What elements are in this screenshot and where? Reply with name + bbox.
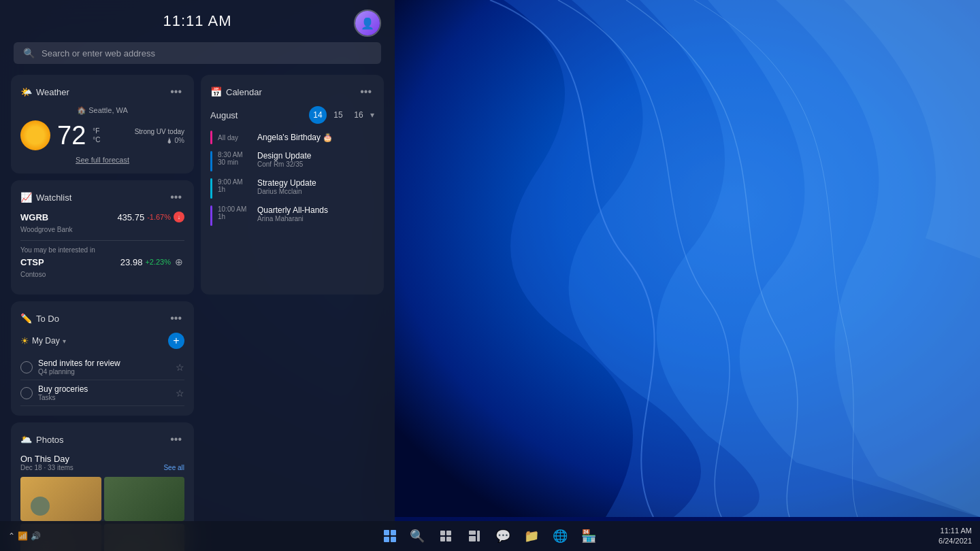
photos-more-button[interactable]: •••: [167, 432, 184, 447]
calendar-allday-label: All day: [218, 134, 252, 141]
todo-check-groceries[interactable]: [20, 387, 33, 399]
photos-header: 🌥️ Photos •••: [20, 432, 184, 447]
todo-check-invites[interactable]: [20, 361, 33, 373]
calendar-event-bar-pink: [210, 131, 212, 144]
svg-rect-7: [477, 531, 480, 541]
stock-ctsp-ticker: CTSP: [20, 257, 44, 267]
todo-add-button[interactable]: +: [168, 333, 184, 349]
stock-ctsp-change: +2.23%: [145, 258, 171, 266]
panel-time: 11:11 AM: [163, 12, 232, 30]
calendar-event-strategy-info: Strategy Update Darius Mcclain: [257, 178, 316, 199]
weather-more-button[interactable]: •••: [167, 84, 184, 99]
calendar-event-bar-teal: [210, 178, 212, 199]
taskbar-fileexplorer-button[interactable]: 📁: [518, 522, 545, 550]
photos-header-info: On This Day Dec 18 · 33 items See all: [20, 454, 184, 471]
todo-task-groceries: Buy groceries: [38, 384, 170, 394]
photos-date: Dec 18 · 33 items: [20, 464, 74, 471]
stock-ctsp-main: CTSP 23.98 +2.23% ⊕: [20, 256, 184, 267]
taskbar-chat-button[interactable]: 💬: [489, 522, 517, 550]
search-bar[interactable]: 🔍 Search or enter web address: [14, 42, 381, 64]
calendar-month-row: August 14 15 16 ▾: [210, 106, 374, 124]
windows-logo-icon: [384, 530, 396, 542]
avatar-button[interactable]: 👤: [354, 10, 381, 37]
todo-item-groceries[interactable]: Buy groceries Tasks ☆: [20, 380, 184, 406]
calendar-event-allhands-info: Quarterly All-Hands Arina Maharani: [257, 205, 328, 226]
weather-icon: 🌤️: [20, 86, 32, 97]
watchlist-divider: [20, 240, 184, 241]
calendar-widget: 📅 Calendar ••• August 14 15 16 ▾ All day…: [201, 75, 384, 295]
taskbar-datetime[interactable]: 11:11 AM 6/24/2021: [938, 526, 972, 547]
weather-description: Strong UV today: [135, 127, 184, 137]
svg-rect-1: [440, 531, 445, 535]
watchlist-widget: 📈 Watchlist ••• WGRB 435.75 -1.67% ↓ Woo…: [11, 180, 194, 295]
calendar-date-15[interactable]: 15: [329, 106, 347, 124]
desktop-wave: [368, 0, 980, 517]
svg-rect-6: [469, 536, 476, 541]
stock-wgrb-name: Woodgrove Bank: [20, 226, 73, 233]
calendar-title-row: 📅 Calendar: [210, 86, 262, 97]
photos-title-row: 🌥️ Photos: [20, 434, 63, 445]
search-placeholder: Search or enter web address: [42, 48, 155, 59]
taskbar-hidden-icons[interactable]: ⌃: [8, 531, 15, 541]
calendar-icon: 📅: [210, 86, 222, 97]
widgets-area: 🌤️ Weather ••• 🏠 Seattle, WA 72 °F °C St…: [0, 75, 395, 551]
stock-wgrb-ticker: WGRB: [20, 212, 48, 222]
taskbar-taskview-button[interactable]: [432, 522, 459, 550]
photo-thumb-1[interactable]: [20, 477, 101, 521]
calendar-event-design-sub: Conf Rm 32/35: [257, 161, 311, 168]
weather-units: °F °C: [93, 127, 100, 144]
weather-main: 72 °F °C Strong UV today 🌢 0%: [20, 120, 184, 150]
calendar-event-birthday: All day Angela's Birthday 🎂: [210, 131, 374, 144]
photos-see-all[interactable]: See all: [163, 464, 184, 471]
watchlist-header: 📈 Watchlist •••: [20, 190, 184, 205]
calendar-event-bar-blue: [210, 151, 212, 171]
stock-wgrb-arrow-icon: ↓: [174, 212, 184, 222]
stock-wgrb[interactable]: WGRB 435.75 -1.67% ↓ Woodgrove Bank: [20, 212, 184, 235]
photos-icon: 🌥️: [20, 434, 32, 445]
calendar-date-16[interactable]: 16: [350, 106, 368, 124]
calendar-date-14[interactable]: 14: [309, 106, 327, 124]
taskview-icon: [440, 530, 452, 542]
taskbar-store-button[interactable]: 🏪: [575, 522, 602, 550]
stock-ctsp-change-row: 23.98 +2.23% ⊕: [120, 256, 184, 267]
calendar-event-strategy[interactable]: 9:00 AM1h Strategy Update Darius Mcclain: [210, 178, 374, 199]
calendar-chevron-icon[interactable]: ▾: [370, 110, 374, 120]
stock-wgrb-price: 435.75: [117, 212, 144, 222]
taskbar-edge-button[interactable]: 🌐: [546, 522, 574, 550]
calendar-event-bar-purple: [210, 205, 212, 226]
calendar-header: 📅 Calendar •••: [210, 84, 374, 99]
todo-list-name: My Day: [32, 336, 60, 346]
todo-item-invites[interactable]: Send invites for review Q4 planning ☆: [20, 354, 184, 380]
taskbar-search-button[interactable]: 🔍: [404, 522, 431, 550]
calendar-event-allhands[interactable]: 10:00 AM1h Quarterly All-Hands Arina Mah…: [210, 205, 374, 226]
taskbar-volume-icon[interactable]: 🔊: [31, 531, 41, 541]
stock-ctsp-price: 23.98: [120, 257, 143, 267]
todo-subtask-invites: Q4 planning: [38, 368, 170, 375]
start-button[interactable]: [378, 524, 402, 548]
stock-ctsp-add-icon[interactable]: ⊕: [174, 256, 184, 267]
todo-list-title[interactable]: ☀ My Day ▾: [20, 335, 66, 346]
todo-title: To Do: [36, 314, 59, 324]
todo-task-invites: Send invites for review: [38, 358, 170, 368]
watchlist-icon: 📈: [20, 192, 32, 203]
calendar-event-design-title: Design Update: [257, 151, 311, 161]
weather-humidity: 🌢 0%: [166, 137, 184, 144]
calendar-event-design[interactable]: 8:30 AM30 min Design Update Conf Rm 32/3…: [210, 151, 374, 171]
weather-forecast-link[interactable]: See full forecast: [20, 156, 184, 164]
win-logo-sq-bl: [384, 537, 389, 542]
todo-more-button[interactable]: •••: [167, 311, 184, 326]
stock-ctsp[interactable]: CTSP 23.98 +2.23% ⊕ Contoso: [20, 256, 184, 280]
stock-wgrb-change-row: 435.75 -1.67% ↓: [117, 212, 184, 222]
photo-circle-decoration: [31, 497, 50, 516]
taskbar-network-icon[interactable]: 📶: [18, 531, 28, 541]
calendar-event-birthday-title[interactable]: Angela's Birthday 🎂: [257, 133, 333, 142]
calendar-event-design-time: 8:30 AM30 min: [218, 151, 252, 171]
calendar-more-button[interactable]: •••: [357, 84, 374, 99]
todo-star-invites[interactable]: ☆: [176, 362, 184, 373]
todo-star-groceries[interactable]: ☆: [176, 388, 184, 399]
photo-thumb-2[interactable]: [104, 477, 185, 521]
watchlist-more-button[interactable]: •••: [167, 190, 184, 205]
taskbar-widgets-button[interactable]: [461, 522, 488, 550]
calendar-dates: 14 15 16 ▾: [309, 106, 374, 124]
taskbar-time-display: 11:11 AM: [938, 526, 972, 536]
